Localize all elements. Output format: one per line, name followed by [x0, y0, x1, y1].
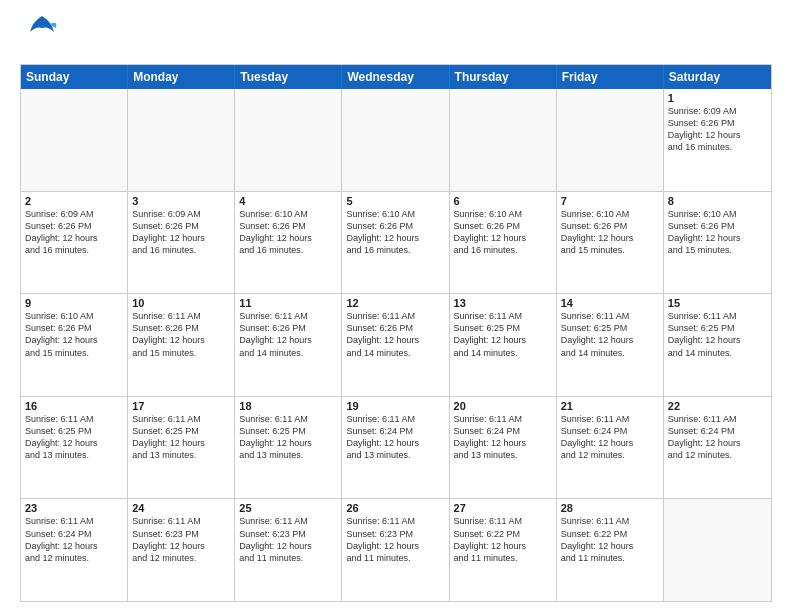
calendar-cell-23: 23Sunrise: 6:11 AM Sunset: 6:24 PM Dayli…	[21, 499, 128, 601]
weekday-header-saturday: Saturday	[664, 65, 771, 89]
weekday-header-sunday: Sunday	[21, 65, 128, 89]
day-number: 13	[454, 297, 552, 309]
cell-info: Sunrise: 6:11 AM Sunset: 6:23 PM Dayligh…	[346, 515, 444, 564]
cell-info: Sunrise: 6:11 AM Sunset: 6:24 PM Dayligh…	[668, 413, 767, 462]
cell-info: Sunrise: 6:11 AM Sunset: 6:22 PM Dayligh…	[454, 515, 552, 564]
calendar-cell-empty-0-4	[450, 89, 557, 191]
calendar-cell-25: 25Sunrise: 6:11 AM Sunset: 6:23 PM Dayli…	[235, 499, 342, 601]
day-number: 15	[668, 297, 767, 309]
weekday-header-tuesday: Tuesday	[235, 65, 342, 89]
calendar-cell-17: 17Sunrise: 6:11 AM Sunset: 6:25 PM Dayli…	[128, 397, 235, 499]
day-number: 18	[239, 400, 337, 412]
day-number: 24	[132, 502, 230, 514]
calendar-cell-22: 22Sunrise: 6:11 AM Sunset: 6:24 PM Dayli…	[664, 397, 771, 499]
cell-info: Sunrise: 6:11 AM Sunset: 6:24 PM Dayligh…	[25, 515, 123, 564]
cell-info: Sunrise: 6:11 AM Sunset: 6:25 PM Dayligh…	[25, 413, 123, 462]
calendar-cell-8: 8Sunrise: 6:10 AM Sunset: 6:26 PM Daylig…	[664, 192, 771, 294]
cell-info: Sunrise: 6:11 AM Sunset: 6:22 PM Dayligh…	[561, 515, 659, 564]
calendar: SundayMondayTuesdayWednesdayThursdayFrid…	[20, 64, 772, 602]
calendar-cell-20: 20Sunrise: 6:11 AM Sunset: 6:24 PM Dayli…	[450, 397, 557, 499]
day-number: 3	[132, 195, 230, 207]
cell-info: Sunrise: 6:11 AM Sunset: 6:24 PM Dayligh…	[561, 413, 659, 462]
calendar-cell-empty-0-2	[235, 89, 342, 191]
calendar-cell-empty-4-6	[664, 499, 771, 601]
day-number: 12	[346, 297, 444, 309]
calendar-cell-16: 16Sunrise: 6:11 AM Sunset: 6:25 PM Dayli…	[21, 397, 128, 499]
calendar-cell-9: 9Sunrise: 6:10 AM Sunset: 6:26 PM Daylig…	[21, 294, 128, 396]
cell-info: Sunrise: 6:10 AM Sunset: 6:26 PM Dayligh…	[346, 208, 444, 257]
weekday-header-monday: Monday	[128, 65, 235, 89]
cell-info: Sunrise: 6:10 AM Sunset: 6:26 PM Dayligh…	[561, 208, 659, 257]
day-number: 20	[454, 400, 552, 412]
calendar-cell-28: 28Sunrise: 6:11 AM Sunset: 6:22 PM Dayli…	[557, 499, 664, 601]
day-number: 10	[132, 297, 230, 309]
logo	[20, 18, 58, 54]
calendar-row-2: 9Sunrise: 6:10 AM Sunset: 6:26 PM Daylig…	[21, 294, 771, 397]
logo-bird-icon	[26, 14, 58, 54]
calendar-cell-26: 26Sunrise: 6:11 AM Sunset: 6:23 PM Dayli…	[342, 499, 449, 601]
cell-info: Sunrise: 6:10 AM Sunset: 6:26 PM Dayligh…	[454, 208, 552, 257]
calendar-cell-4: 4Sunrise: 6:10 AM Sunset: 6:26 PM Daylig…	[235, 192, 342, 294]
page: SundayMondayTuesdayWednesdayThursdayFrid…	[0, 0, 792, 612]
calendar-cell-15: 15Sunrise: 6:11 AM Sunset: 6:25 PM Dayli…	[664, 294, 771, 396]
day-number: 28	[561, 502, 659, 514]
cell-info: Sunrise: 6:09 AM Sunset: 6:26 PM Dayligh…	[25, 208, 123, 257]
day-number: 2	[25, 195, 123, 207]
calendar-cell-7: 7Sunrise: 6:10 AM Sunset: 6:26 PM Daylig…	[557, 192, 664, 294]
header	[20, 18, 772, 54]
calendar-cell-27: 27Sunrise: 6:11 AM Sunset: 6:22 PM Dayli…	[450, 499, 557, 601]
cell-info: Sunrise: 6:11 AM Sunset: 6:25 PM Dayligh…	[668, 310, 767, 359]
calendar-cell-24: 24Sunrise: 6:11 AM Sunset: 6:23 PM Dayli…	[128, 499, 235, 601]
calendar-row-0: 1Sunrise: 6:09 AM Sunset: 6:26 PM Daylig…	[21, 89, 771, 192]
calendar-cell-18: 18Sunrise: 6:11 AM Sunset: 6:25 PM Dayli…	[235, 397, 342, 499]
cell-info: Sunrise: 6:11 AM Sunset: 6:24 PM Dayligh…	[454, 413, 552, 462]
calendar-cell-empty-0-5	[557, 89, 664, 191]
calendar-cell-1: 1Sunrise: 6:09 AM Sunset: 6:26 PM Daylig…	[664, 89, 771, 191]
day-number: 19	[346, 400, 444, 412]
cell-info: Sunrise: 6:11 AM Sunset: 6:24 PM Dayligh…	[346, 413, 444, 462]
calendar-body: 1Sunrise: 6:09 AM Sunset: 6:26 PM Daylig…	[21, 89, 771, 601]
calendar-cell-11: 11Sunrise: 6:11 AM Sunset: 6:26 PM Dayli…	[235, 294, 342, 396]
calendar-cell-empty-0-3	[342, 89, 449, 191]
day-number: 5	[346, 195, 444, 207]
day-number: 23	[25, 502, 123, 514]
calendar-cell-10: 10Sunrise: 6:11 AM Sunset: 6:26 PM Dayli…	[128, 294, 235, 396]
weekday-header-thursday: Thursday	[450, 65, 557, 89]
cell-info: Sunrise: 6:11 AM Sunset: 6:25 PM Dayligh…	[454, 310, 552, 359]
weekday-header-friday: Friday	[557, 65, 664, 89]
day-number: 11	[239, 297, 337, 309]
day-number: 1	[668, 92, 767, 104]
cell-info: Sunrise: 6:11 AM Sunset: 6:25 PM Dayligh…	[561, 310, 659, 359]
cell-info: Sunrise: 6:11 AM Sunset: 6:23 PM Dayligh…	[132, 515, 230, 564]
calendar-row-4: 23Sunrise: 6:11 AM Sunset: 6:24 PM Dayli…	[21, 499, 771, 601]
day-number: 26	[346, 502, 444, 514]
calendar-cell-empty-0-0	[21, 89, 128, 191]
day-number: 25	[239, 502, 337, 514]
cell-info: Sunrise: 6:11 AM Sunset: 6:23 PM Dayligh…	[239, 515, 337, 564]
cell-info: Sunrise: 6:09 AM Sunset: 6:26 PM Dayligh…	[668, 105, 767, 154]
calendar-cell-6: 6Sunrise: 6:10 AM Sunset: 6:26 PM Daylig…	[450, 192, 557, 294]
cell-info: Sunrise: 6:10 AM Sunset: 6:26 PM Dayligh…	[668, 208, 767, 257]
calendar-cell-empty-0-1	[128, 89, 235, 191]
day-number: 16	[25, 400, 123, 412]
calendar-cell-2: 2Sunrise: 6:09 AM Sunset: 6:26 PM Daylig…	[21, 192, 128, 294]
day-number: 14	[561, 297, 659, 309]
day-number: 4	[239, 195, 337, 207]
cell-info: Sunrise: 6:09 AM Sunset: 6:26 PM Dayligh…	[132, 208, 230, 257]
day-number: 17	[132, 400, 230, 412]
day-number: 9	[25, 297, 123, 309]
calendar-header: SundayMondayTuesdayWednesdayThursdayFrid…	[21, 65, 771, 89]
day-number: 21	[561, 400, 659, 412]
day-number: 22	[668, 400, 767, 412]
day-number: 7	[561, 195, 659, 207]
calendar-row-1: 2Sunrise: 6:09 AM Sunset: 6:26 PM Daylig…	[21, 192, 771, 295]
calendar-cell-12: 12Sunrise: 6:11 AM Sunset: 6:26 PM Dayli…	[342, 294, 449, 396]
calendar-cell-14: 14Sunrise: 6:11 AM Sunset: 6:25 PM Dayli…	[557, 294, 664, 396]
cell-info: Sunrise: 6:11 AM Sunset: 6:26 PM Dayligh…	[132, 310, 230, 359]
day-number: 8	[668, 195, 767, 207]
cell-info: Sunrise: 6:11 AM Sunset: 6:25 PM Dayligh…	[239, 413, 337, 462]
day-number: 27	[454, 502, 552, 514]
cell-info: Sunrise: 6:10 AM Sunset: 6:26 PM Dayligh…	[239, 208, 337, 257]
calendar-cell-13: 13Sunrise: 6:11 AM Sunset: 6:25 PM Dayli…	[450, 294, 557, 396]
calendar-cell-3: 3Sunrise: 6:09 AM Sunset: 6:26 PM Daylig…	[128, 192, 235, 294]
